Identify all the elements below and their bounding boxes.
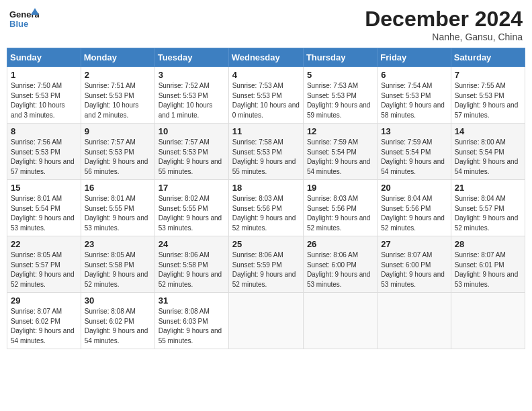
day-number: 27 — [381, 239, 447, 249]
day-cell: 23 Sunrise: 8:05 AMSunset: 5:58 PMDaylig… — [81, 236, 154, 293]
weekday-thursday: Thursday — [303, 48, 377, 67]
day-number: 18 — [232, 183, 300, 193]
day-cell: 29 Sunrise: 8:07 AMSunset: 6:02 PMDaylig… — [7, 293, 81, 349]
day-info: Sunrise: 8:06 AMSunset: 5:59 PMDaylight:… — [232, 251, 296, 288]
day-number: 26 — [307, 239, 373, 249]
week-row-5: 29 Sunrise: 8:07 AMSunset: 6:02 PMDaylig… — [7, 293, 525, 349]
day-number: 25 — [232, 239, 300, 249]
day-cell: 16 Sunrise: 8:01 AMSunset: 5:55 PMDaylig… — [81, 180, 154, 236]
day-number: 3 — [159, 70, 225, 80]
day-number: 13 — [381, 126, 447, 136]
day-number: 15 — [11, 183, 77, 193]
day-info: Sunrise: 8:05 AMSunset: 5:58 PMDaylight:… — [85, 251, 148, 288]
day-cell: 27 Sunrise: 8:07 AMSunset: 6:00 PMDaylig… — [378, 236, 451, 293]
day-info: Sunrise: 8:07 AMSunset: 6:01 PMDaylight:… — [455, 251, 519, 288]
day-cell: 19 Sunrise: 8:03 AMSunset: 5:56 PMDaylig… — [303, 180, 377, 236]
week-row-3: 15 Sunrise: 8:01 AMSunset: 5:54 PMDaylig… — [7, 180, 525, 236]
day-cell: 9 Sunrise: 7:57 AMSunset: 5:53 PMDayligh… — [81, 124, 154, 180]
day-number: 24 — [159, 239, 225, 249]
day-number: 17 — [159, 183, 225, 193]
day-info: Sunrise: 8:03 AMSunset: 5:56 PMDaylight:… — [232, 195, 296, 232]
day-info: Sunrise: 8:01 AMSunset: 5:55 PMDaylight:… — [85, 195, 148, 232]
day-number: 6 — [381, 70, 447, 80]
day-info: Sunrise: 7:59 AMSunset: 5:54 PMDaylight:… — [381, 138, 445, 175]
day-cell — [378, 293, 451, 349]
day-info: Sunrise: 8:05 AMSunset: 5:57 PMDaylight:… — [11, 251, 75, 288]
day-number: 5 — [307, 70, 373, 80]
weekday-sunday: Sunday — [7, 48, 81, 67]
day-cell — [451, 293, 525, 349]
day-number: 1 — [11, 70, 77, 80]
day-info: Sunrise: 8:00 AMSunset: 5:54 PMDaylight:… — [455, 138, 519, 175]
logo-icon: General Blue — [9, 7, 39, 31]
day-info: Sunrise: 8:08 AMSunset: 6:03 PMDaylight:… — [159, 308, 222, 345]
day-info: Sunrise: 8:06 AMSunset: 5:58 PMDaylight:… — [159, 251, 222, 288]
day-number: 29 — [11, 295, 77, 306]
day-info: Sunrise: 8:07 AMSunset: 6:02 PMDaylight:… — [11, 308, 75, 345]
day-cell: 18 Sunrise: 8:03 AMSunset: 5:56 PMDaylig… — [228, 180, 303, 236]
day-cell: 20 Sunrise: 8:04 AMSunset: 5:56 PMDaylig… — [378, 180, 451, 236]
day-number: 14 — [455, 126, 521, 136]
week-row-4: 22 Sunrise: 8:05 AMSunset: 5:57 PMDaylig… — [7, 236, 525, 293]
day-cell: 5 Sunrise: 7:53 AMSunset: 5:53 PMDayligh… — [303, 67, 377, 124]
day-info: Sunrise: 7:55 AMSunset: 5:53 PMDaylight:… — [455, 82, 519, 119]
title-block: December 2024 Nanhe, Gansu, China — [365, 7, 523, 42]
day-cell: 22 Sunrise: 8:05 AMSunset: 5:57 PMDaylig… — [7, 236, 81, 293]
day-cell: 24 Sunrise: 8:06 AMSunset: 5:58 PMDaylig… — [154, 236, 228, 293]
day-cell: 7 Sunrise: 7:55 AMSunset: 5:53 PMDayligh… — [451, 67, 525, 124]
month-title: December 2024 — [365, 7, 523, 32]
day-cell: 21 Sunrise: 8:04 AMSunset: 5:57 PMDaylig… — [451, 180, 525, 236]
day-info: Sunrise: 8:08 AMSunset: 6:02 PMDaylight:… — [85, 308, 148, 345]
day-cell: 11 Sunrise: 7:58 AMSunset: 5:53 PMDaylig… — [228, 124, 303, 180]
weekday-header-row: SundayMondayTuesdayWednesdayThursdayFrid… — [7, 48, 525, 67]
day-info: Sunrise: 7:51 AMSunset: 5:53 PMDaylight:… — [85, 82, 139, 119]
day-info: Sunrise: 8:04 AMSunset: 5:57 PMDaylight:… — [455, 195, 519, 232]
day-cell: 1 Sunrise: 7:50 AMSunset: 5:53 PMDayligh… — [7, 67, 81, 124]
week-row-1: 1 Sunrise: 7:50 AMSunset: 5:53 PMDayligh… — [7, 67, 525, 124]
weekday-friday: Friday — [378, 48, 451, 67]
day-cell: 31 Sunrise: 8:08 AMSunset: 6:03 PMDaylig… — [154, 293, 228, 349]
day-info: Sunrise: 7:53 AMSunset: 5:53 PMDaylight:… — [307, 82, 371, 119]
day-cell — [303, 293, 377, 349]
day-number: 19 — [307, 183, 373, 193]
day-number: 7 — [455, 70, 521, 80]
day-number: 28 — [455, 239, 521, 249]
location: Nanhe, Gansu, China — [365, 32, 523, 42]
weekday-saturday: Saturday — [451, 48, 525, 67]
day-number: 23 — [85, 239, 151, 249]
week-row-2: 8 Sunrise: 7:56 AMSunset: 5:53 PMDayligh… — [7, 124, 525, 180]
day-info: Sunrise: 7:52 AMSunset: 5:53 PMDaylight:… — [159, 82, 213, 119]
day-cell: 3 Sunrise: 7:52 AMSunset: 5:53 PMDayligh… — [154, 67, 228, 124]
day-number: 2 — [85, 70, 151, 80]
calendar-table: SundayMondayTuesdayWednesdayThursdayFrid… — [7, 48, 525, 349]
day-cell: 25 Sunrise: 8:06 AMSunset: 5:59 PMDaylig… — [228, 236, 303, 293]
day-number: 8 — [11, 126, 77, 136]
day-cell: 15 Sunrise: 8:01 AMSunset: 5:54 PMDaylig… — [7, 180, 81, 236]
day-number: 12 — [307, 126, 373, 136]
day-number: 20 — [381, 183, 447, 193]
day-info: Sunrise: 7:57 AMSunset: 5:53 PMDaylight:… — [159, 138, 222, 175]
day-cell: 28 Sunrise: 8:07 AMSunset: 6:01 PMDaylig… — [451, 236, 525, 293]
day-info: Sunrise: 7:56 AMSunset: 5:53 PMDaylight:… — [11, 138, 75, 175]
day-info: Sunrise: 7:53 AMSunset: 5:53 PMDaylight:… — [232, 82, 300, 119]
day-cell: 4 Sunrise: 7:53 AMSunset: 5:53 PMDayligh… — [228, 67, 303, 124]
day-info: Sunrise: 7:50 AMSunset: 5:53 PMDaylight:… — [11, 82, 65, 119]
day-number: 31 — [159, 295, 225, 306]
day-info: Sunrise: 8:07 AMSunset: 6:00 PMDaylight:… — [381, 251, 445, 288]
day-cell: 8 Sunrise: 7:56 AMSunset: 5:53 PMDayligh… — [7, 124, 81, 180]
day-cell: 2 Sunrise: 7:51 AMSunset: 5:53 PMDayligh… — [81, 67, 154, 124]
weekday-monday: Monday — [81, 48, 154, 67]
day-cell: 6 Sunrise: 7:54 AMSunset: 5:53 PMDayligh… — [378, 67, 451, 124]
day-info: Sunrise: 7:54 AMSunset: 5:53 PMDaylight:… — [381, 82, 445, 119]
page-header: General Blue December 2024 Nanhe, Gansu,… — [7, 7, 525, 42]
day-info: Sunrise: 8:06 AMSunset: 6:00 PMDaylight:… — [307, 251, 371, 288]
day-number: 16 — [85, 183, 151, 193]
day-info: Sunrise: 7:57 AMSunset: 5:53 PMDaylight:… — [85, 138, 148, 175]
day-info: Sunrise: 7:59 AMSunset: 5:54 PMDaylight:… — [307, 138, 371, 175]
day-cell: 13 Sunrise: 7:59 AMSunset: 5:54 PMDaylig… — [378, 124, 451, 180]
day-cell: 10 Sunrise: 7:57 AMSunset: 5:53 PMDaylig… — [154, 124, 228, 180]
weekday-tuesday: Tuesday — [154, 48, 228, 67]
day-cell: 17 Sunrise: 8:02 AMSunset: 5:55 PMDaylig… — [154, 180, 228, 236]
day-number: 30 — [85, 295, 151, 306]
day-number: 9 — [85, 126, 151, 136]
